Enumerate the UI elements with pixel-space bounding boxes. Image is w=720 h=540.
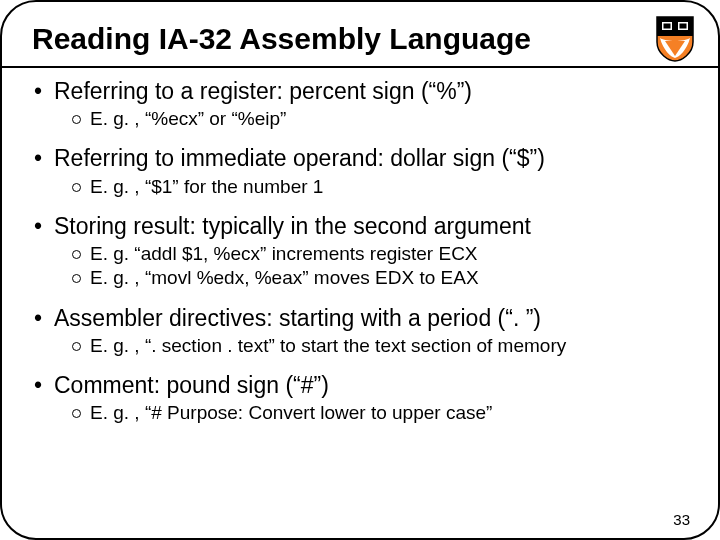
slide: Reading IA-32 Assembly Language Referrin… [0,0,720,540]
sub-bullet-text: E. g. , “$1” for the number 1 [72,175,694,199]
sub-list: E. g. , “# Purpose: Convert lower to upp… [32,401,694,425]
list-item: Assembler directives: starting with a pe… [32,305,694,358]
sub-list: E. g. , “$1” for the number 1 [32,175,694,199]
bullet-text: Comment: pound sign (“#”) [32,372,694,399]
title-divider [2,66,720,68]
sub-bullet-text: E. g. “addl $1, %ecx” increments registe… [72,242,694,266]
sub-bullet-text: E. g. , “# Purpose: Convert lower to upp… [72,401,694,425]
page-number: 33 [673,511,690,528]
bullet-list: Referring to a register: percent sign (“… [32,78,694,426]
svg-rect-1 [664,24,671,29]
sub-bullet-text: E. g. , “. section . text” to start the … [72,334,694,358]
sub-bullet-text: E. g. , “movl %edx, %eax” moves EDX to E… [72,266,694,290]
princeton-shield-icon [656,16,694,62]
sub-list: E. g. , “. section . text” to start the … [32,334,694,358]
list-item: Storing result: typically in the second … [32,213,694,291]
bullet-text: Assembler directives: starting with a pe… [32,305,694,332]
slide-title: Reading IA-32 Assembly Language [32,22,531,56]
sub-list: E. g. “addl $1, %ecx” increments registe… [32,242,694,291]
list-item: Referring to immediate operand: dollar s… [32,145,694,198]
list-item: Comment: pound sign (“#”) E. g. , “# Pur… [32,372,694,425]
sub-bullet-text: E. g. , “%ecx” or “%eip” [72,107,694,131]
bullet-text: Referring to immediate operand: dollar s… [32,145,694,172]
bullet-text: Referring to a register: percent sign (“… [32,78,694,105]
sub-list: E. g. , “%ecx” or “%eip” [32,107,694,131]
list-item: Referring to a register: percent sign (“… [32,78,694,131]
slide-header: Reading IA-32 Assembly Language [32,16,694,62]
svg-rect-3 [680,24,687,29]
bullet-text: Storing result: typically in the second … [32,213,694,240]
